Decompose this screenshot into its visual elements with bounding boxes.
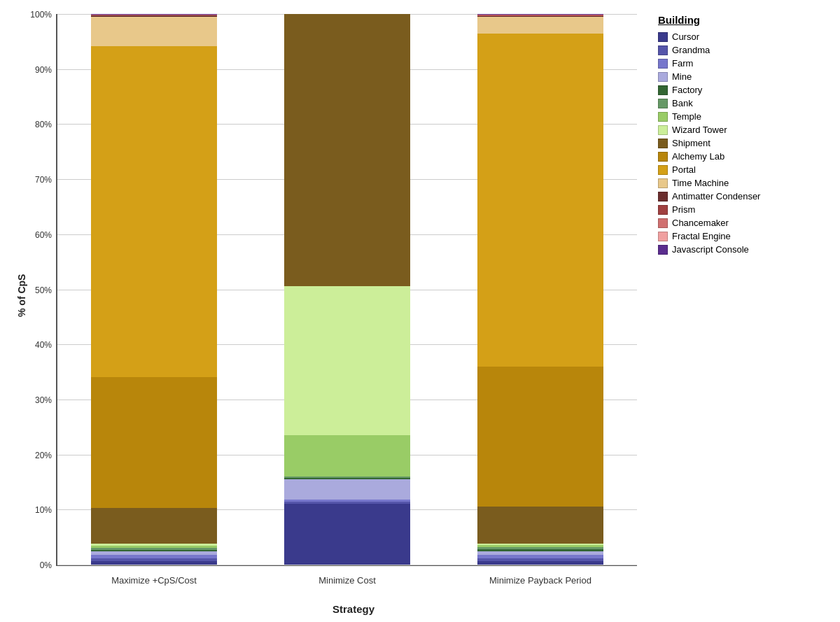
legend-label: Fractal Engine	[672, 231, 731, 241]
legend-swatch	[658, 32, 668, 42]
legend-item: Farm	[658, 58, 833, 69]
x-axis-label: Strategy	[56, 603, 651, 615]
plot-area: 0%10%20%30%40%50%60%70%80%90%100% Maximi…	[56, 14, 637, 566]
legend-swatch	[658, 192, 668, 202]
y-tick-label: 50%	[35, 285, 52, 295]
legend-label: Wizard Tower	[672, 125, 727, 135]
bars-group: Maximize +CpS/CostMinimize CostMinimize …	[57, 14, 637, 565]
y-tick-label: 60%	[35, 230, 52, 240]
legend-item: Temple	[658, 111, 833, 122]
legend-swatch	[658, 178, 668, 188]
legend-item: Mine	[658, 71, 833, 82]
legend-item: Fractal Engine	[658, 231, 833, 241]
bar-segment	[284, 479, 410, 500]
y-tick-label: 10%	[35, 505, 52, 515]
grid-line: 0%	[57, 565, 637, 565]
legend-item: Chancemaker	[658, 218, 833, 228]
legend-swatch	[658, 72, 668, 82]
bar-column: Minimize Cost	[284, 14, 410, 565]
y-tick-label: 80%	[35, 120, 52, 129]
bar-column: Maximize +CpS/Cost	[91, 14, 217, 565]
legend-swatch	[658, 139, 668, 148]
chart-container: % of CpS 0%10%20%30%40%50%60%70%80%90%10…	[0, 0, 840, 622]
legend-label: Shipment	[672, 138, 710, 148]
legend-item: Bank	[658, 98, 833, 108]
legend-label: Grandma	[672, 45, 710, 55]
bar-segment	[477, 34, 603, 367]
bar-segment	[91, 561, 217, 565]
legend-label: Mine	[672, 71, 692, 82]
legend-label: Prism	[672, 204, 695, 215]
legend-swatch	[658, 245, 668, 255]
bar-segment	[477, 367, 603, 507]
bar-segment	[284, 435, 410, 476]
legend-items: CursorGrandmaFarmMineFactoryBankTempleWi…	[658, 31, 833, 255]
legend-swatch	[658, 45, 668, 55]
legend-label: Time Machine	[672, 178, 729, 188]
legend-swatch	[658, 112, 668, 122]
legend-swatch	[658, 59, 668, 69]
legend-label: Factory	[672, 85, 702, 95]
legend-label: Javascript Console	[672, 244, 749, 255]
bar-segment	[91, 17, 217, 46]
bar-segment	[477, 507, 603, 543]
x-tick-label: Minimize Cost	[318, 575, 376, 586]
legend-title: Building	[658, 14, 833, 26]
legend-swatch	[658, 232, 668, 241]
legend-label: Bank	[672, 98, 693, 108]
legend-swatch	[658, 165, 668, 175]
bar-segment	[284, 286, 410, 436]
y-tick-label: 20%	[35, 451, 52, 460]
legend-item: Grandma	[658, 45, 833, 55]
y-tick-label: 40%	[35, 340, 52, 350]
legend-label: Cursor	[672, 31, 699, 42]
legend-swatch	[658, 85, 668, 95]
bar-segment	[477, 561, 603, 565]
bar-column: Minimize Payback Period	[477, 14, 603, 565]
legend-swatch	[658, 205, 668, 215]
legend-item: Time Machine	[658, 178, 833, 188]
legend-label: Chancemaker	[672, 218, 729, 228]
legend-label: Antimatter Condenser	[672, 191, 760, 202]
legend-item: Factory	[658, 85, 833, 95]
legend-label: Temple	[672, 111, 701, 122]
legend-label: Alchemy Lab	[672, 151, 724, 162]
legend-item: Prism	[658, 204, 833, 215]
legend-item: Wizard Tower	[658, 125, 833, 135]
bar-segment	[91, 508, 217, 544]
bar-segment	[477, 17, 603, 34]
x-tick-label: Maximize +CpS/Cost	[111, 575, 197, 586]
y-tick-label: 70%	[35, 175, 52, 185]
chart-area: % of CpS 0%10%20%30%40%50%60%70%80%90%10…	[0, 0, 651, 622]
y-tick-label: 100%	[30, 10, 52, 20]
y-axis-label: % of CpS	[16, 274, 27, 316]
legend-item: Antimatter Condenser	[658, 191, 833, 202]
y-tick-label: 30%	[35, 395, 52, 405]
legend-item: Cursor	[658, 31, 833, 42]
y-tick-label: 0%	[40, 560, 52, 570]
bar-segment	[284, 504, 410, 565]
legend-area: Building CursorGrandmaFarmMineFactoryBan…	[651, 0, 840, 622]
x-tick-label: Minimize Payback Period	[489, 575, 592, 586]
bar-segment	[91, 377, 217, 508]
legend-label: Farm	[672, 58, 693, 69]
legend-swatch	[658, 99, 668, 108]
legend-label: Portal	[672, 164, 696, 175]
bar-segment	[91, 46, 217, 376]
bar-segment	[284, 14, 410, 286]
legend-swatch	[658, 125, 668, 135]
legend-item: Portal	[658, 164, 833, 175]
legend-item: Javascript Console	[658, 244, 833, 255]
legend-item: Alchemy Lab	[658, 151, 833, 162]
legend-swatch	[658, 152, 668, 162]
y-tick-label: 90%	[35, 65, 52, 75]
legend-swatch	[658, 218, 668, 228]
legend-item: Shipment	[658, 138, 833, 148]
